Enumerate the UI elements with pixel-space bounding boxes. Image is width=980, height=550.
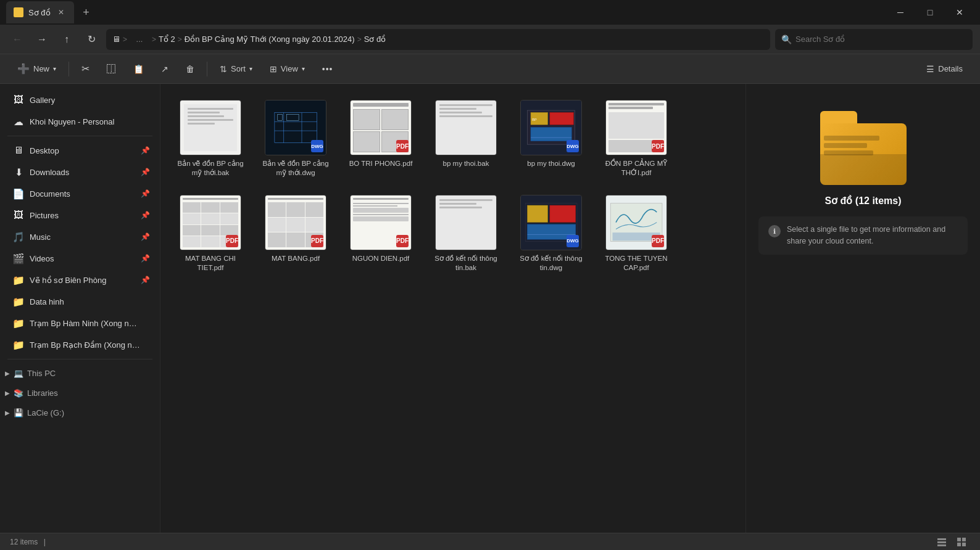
sidebar-group-lacie[interactable]: ▶ 💾 LaCie (G:) (0, 403, 160, 422)
file-item[interactable]: PDF NGUON DIEN.pdf (341, 189, 421, 279)
address-crumb-1[interactable]: Tổ 2 (159, 35, 175, 44)
file-item[interactable]: PDF MAT BANG CHI TIET.pdf (170, 189, 251, 279)
sidebar-item-desktop[interactable]: 🖥 Desktop 📌 (2, 140, 157, 161)
main-layout: 🖼 Gallery ☁ Khoi Nguyen - Personal 🖥 Des… (0, 84, 980, 533)
sort-label: Sort (231, 64, 246, 73)
search-input[interactable] (795, 35, 966, 44)
list-view-button[interactable] (933, 535, 950, 549)
up-button[interactable]: ↑ (57, 30, 77, 49)
copy-button[interactable]: ⿰ (99, 58, 123, 80)
file-item[interactable]: DWG Bản vẽ đồn BP cảng mỹ thới.dwg (255, 94, 336, 184)
folder-line (824, 143, 867, 148)
sidebar-item-label: Trạm Bp Rạch Đầm (Xong n… (30, 340, 150, 350)
active-tab[interactable]: Sơ đồ ✕ (6, 1, 74, 23)
close-button[interactable]: ✕ (945, 2, 974, 22)
file-name: TONG THE TUYEN CAP.pdf (600, 254, 673, 273)
details-icon: ☰ (926, 64, 934, 74)
sidebar-item-label: Trạm Bp Hàm Ninh (Xong n… (30, 319, 150, 328)
folder-tab (820, 111, 857, 123)
expand-icon: ▶ (5, 409, 10, 416)
file-item[interactable]: PDF TONG THE TUYEN CAP.pdf (596, 189, 676, 279)
file-item[interactable]: Bản vẽ đồn BP cảng mỹ thới.bak (170, 94, 251, 184)
details-info-box: ℹ Select a single file to get more infor… (758, 216, 968, 255)
file-item[interactable]: PDF BO TRI PHONG.pdf (341, 94, 421, 184)
expand-icon: ▶ (5, 390, 10, 396)
sidebar-group-this-pc[interactable]: ▶ 💻 This PC (0, 363, 160, 383)
share-button[interactable]: ↗ (154, 58, 176, 80)
status-bar: 12 items | (0, 533, 980, 550)
grid-view-button[interactable] (953, 535, 970, 549)
sidebar-item-gallery[interactable]: 🖼 Gallery (2, 89, 157, 110)
forward-button[interactable]: → (32, 30, 52, 49)
status-item-count: 12 items | (10, 538, 49, 546)
folder-body (820, 123, 907, 185)
file-item[interactable]: DWG Sơ đồ kết nối thông tin.dwg (511, 189, 591, 279)
sidebar-item-data-hinh[interactable]: 📁 Data hinh (2, 291, 157, 312)
folder-icon: 📁 (12, 339, 25, 351)
sidebar-item-label: Gallery (30, 96, 150, 105)
file-name: MAT BANG CHI TIET.pdf (174, 254, 247, 273)
expand-icon: ▶ (5, 370, 10, 377)
file-thumbnail: PDF (350, 100, 412, 155)
svg-rect-0 (275, 112, 317, 142)
sidebar-group-label: LaCie (G:) (27, 408, 64, 417)
view-button[interactable]: ⊞ View ▾ (262, 58, 312, 80)
sidebar-item-pictures[interactable]: 🖼 Pictures 📌 (2, 205, 157, 226)
address-crumb-2[interactable]: Đồn BP Cảng Mỹ Thới (Xong ngày 20.01.202… (185, 35, 355, 44)
file-item[interactable]: PDF MAT BANG.pdf (255, 189, 336, 279)
new-tab-button[interactable]: + (77, 2, 96, 22)
file-item[interactable]: Sơ đồ kết nối thông tin.bak (426, 189, 506, 279)
file-name: bp my thoi.bak (443, 159, 489, 168)
pin-icon: 📌 (141, 168, 150, 176)
svg-rect-20 (937, 538, 946, 540)
new-label: New (33, 64, 49, 73)
sidebar-item-videos[interactable]: 🎬 Videos 📌 (2, 248, 157, 269)
view-label: View (281, 64, 298, 73)
sidebar-item-documents[interactable]: 📄 Documents 📌 (2, 183, 157, 204)
window-controls: ─ □ ✕ (886, 2, 974, 22)
file-name: ĐỒN BP CẢNG MỸ THỚI.pdf (600, 159, 673, 178)
sidebar-item-khoi[interactable]: ☁ Khoi Nguyen - Personal (2, 111, 157, 132)
paste-button[interactable]: 📋 (126, 58, 151, 80)
file-name: MAT BANG.pdf (272, 254, 320, 263)
info-icon: ℹ (768, 225, 781, 237)
status-view-controls (933, 535, 970, 549)
svg-rect-15 (550, 205, 576, 223)
address-more[interactable]: ... (130, 30, 149, 49)
sidebar-item-tram-rach-dam[interactable]: 📁 Trạm Bp Rạch Đầm (Xong n… (2, 334, 157, 355)
file-item[interactable]: BP DWG bp my thoi.dwg (511, 94, 591, 184)
details-button[interactable]: ☰ Details (919, 58, 970, 80)
minimize-button[interactable]: ─ (886, 2, 915, 22)
maximize-button[interactable]: □ (916, 2, 944, 22)
file-item[interactable]: PDF ĐỒN BP CẢNG MỸ THỚI.pdf (596, 94, 676, 184)
more-button[interactable]: ••• (315, 58, 341, 80)
svg-rect-14 (527, 205, 547, 223)
gallery-icon: 🖼 (12, 94, 25, 105)
sidebar-item-tram-ham-ninh[interactable]: 📁 Trạm Bp Hàm Ninh (Xong n… (2, 313, 157, 334)
file-thumbnail: PDF (605, 195, 667, 250)
file-name: NGUON DIEN.pdf (352, 254, 410, 263)
search-bar[interactable]: 🔍 (775, 29, 973, 50)
file-item[interactable]: bp my thoi.bak (426, 94, 506, 184)
file-name: Sơ đồ kết nối thông tin.dwg (515, 254, 588, 273)
svg-text:BP: BP (532, 118, 537, 121)
sidebar-item-label: Vẽ hồ sơ Biên Phòng (30, 276, 136, 285)
sidebar-item-ve-ho-so[interactable]: 📁 Vẽ hồ sơ Biên Phòng 📌 (2, 269, 157, 290)
refresh-button[interactable]: ↻ (81, 30, 101, 49)
new-button[interactable]: ➕ New ▾ (10, 58, 64, 80)
sort-button[interactable]: ⇅ Sort ▾ (212, 58, 260, 80)
pin-icon: 📌 (141, 254, 150, 263)
delete-button[interactable]: 🗑 (178, 58, 202, 80)
file-thumbnail (435, 195, 497, 250)
cut-button[interactable]: ✂ (74, 58, 97, 80)
address-bar[interactable]: 🖥 > ... > Tổ 2 > Đồn BP Cảng Mỹ Thới (Xo… (106, 29, 770, 50)
tab-close-button[interactable]: ✕ (56, 7, 67, 18)
new-chevron-icon: ▾ (53, 65, 56, 72)
address-crumb-3[interactable]: Sơ đồ (364, 35, 386, 44)
back-button[interactable]: ← (7, 30, 27, 49)
file-type-badge: DWG (567, 235, 579, 247)
sidebar-item-music[interactable]: 🎵 Music 📌 (2, 226, 157, 247)
sidebar-group-libraries[interactable]: ▶ 📚 Libraries (0, 383, 160, 403)
sidebar-item-downloads[interactable]: ⬇ Downloads 📌 (2, 162, 157, 183)
this-pc-icon: 💻 (14, 369, 23, 378)
